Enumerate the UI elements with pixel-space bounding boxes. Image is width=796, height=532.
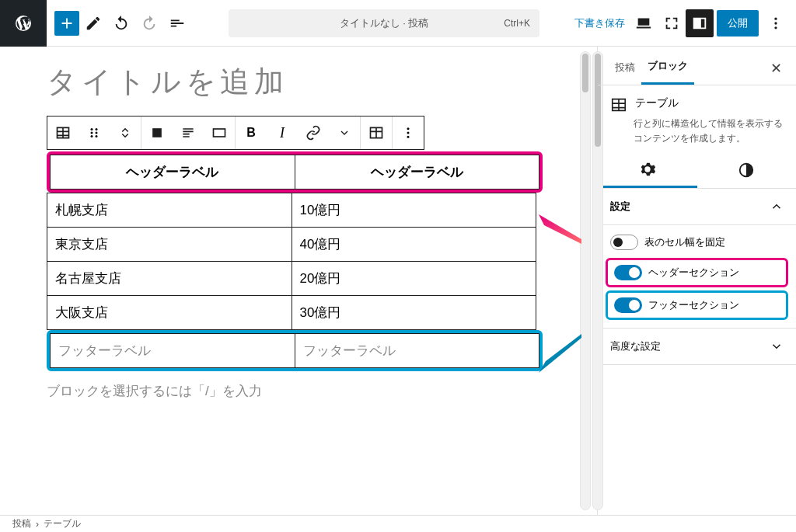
tab-post[interactable]: 投稿 (609, 53, 641, 84)
align-icon (180, 125, 196, 141)
table-cell[interactable]: 30億円 (292, 296, 536, 330)
view-fullscreen-button[interactable] (658, 9, 686, 37)
document-title-bar[interactable]: タイトルなし · 投稿 Ctrl+K (229, 9, 539, 37)
drag-icon (87, 126, 101, 140)
publish-button[interactable]: 公開 (717, 10, 759, 37)
chevron-up-icon (770, 200, 784, 214)
contrast-icon (738, 162, 755, 179)
table-header-highlight: ヘッダーラベル ヘッダーラベル (47, 151, 543, 193)
editor-canvas[interactable]: タイトルを追加 B I (0, 47, 597, 515)
svg-point-12 (407, 132, 410, 134)
plus-icon (58, 15, 75, 32)
svg-point-7 (91, 135, 93, 137)
sidebar-icon (691, 15, 708, 32)
svg-point-13 (407, 136, 410, 138)
styles-tab[interactable] (697, 152, 797, 188)
table-row: 名古屋支店20億円 (47, 262, 536, 296)
table-cell[interactable]: 東京支店 (47, 228, 292, 262)
save-draft-link[interactable]: 下書き保存 (574, 16, 625, 30)
toggle-switch[interactable] (614, 297, 642, 313)
block-description: 行と列に構造化して情報を表示するコンテンツを作成します。 (634, 116, 784, 146)
svg-point-0 (774, 17, 777, 19)
block-type-button[interactable] (47, 116, 79, 149)
table-cell[interactable]: 40億円 (292, 228, 536, 262)
edit-table-button[interactable] (361, 116, 392, 149)
table-cell[interactable]: 大阪支店 (47, 296, 292, 330)
table-icon (55, 125, 71, 141)
table-header-cell[interactable]: ヘッダーラベル (51, 155, 295, 190)
table-cell[interactable]: 札幌支店 (47, 193, 292, 228)
table-row: 札幌支店10億円 (47, 193, 536, 228)
content-table[interactable]: ヘッダーラベル ヘッダーラベル (50, 155, 539, 190)
svg-marker-14 (539, 214, 581, 244)
undo-button[interactable] (107, 9, 135, 37)
kebab-icon (768, 16, 784, 31)
toggle-header-section[interactable]: ヘッダーセクション (609, 262, 784, 283)
link-icon (305, 125, 321, 141)
table-cell[interactable]: 名古屋支店 (47, 262, 292, 296)
toggle-fixed-width[interactable]: 表のセル幅を固定 (598, 230, 796, 255)
tab-block[interactable]: ブロック (641, 51, 694, 85)
table-footer-cell[interactable]: フッターラベル (295, 334, 539, 368)
redo-button[interactable] (135, 9, 163, 37)
chevron-down-icon (338, 127, 351, 139)
table-icon (610, 96, 627, 113)
post-title-input[interactable]: タイトルを追加 (47, 62, 543, 102)
settings-sidebar-toggle[interactable] (686, 9, 714, 37)
command-shortcut: Ctrl+K (504, 18, 530, 29)
align-none-button[interactable] (141, 116, 173, 149)
drag-handle[interactable] (79, 116, 110, 149)
more-rich-text-button[interactable] (329, 116, 360, 149)
table-header-cell[interactable]: ヘッダーラベル (295, 155, 539, 190)
toggle-label: フッターセクション (648, 298, 739, 312)
fullscreen-icon (663, 15, 680, 32)
gear-icon (639, 161, 656, 178)
wordpress-logo[interactable] (0, 0, 47, 47)
advanced-panel-label: 高度な設定 (610, 339, 661, 353)
svg-marker-15 (539, 334, 581, 373)
move-up-down-button[interactable] (110, 116, 141, 149)
breadcrumb-current[interactable]: テーブル (44, 517, 81, 530)
align-wide-button[interactable] (204, 116, 235, 149)
options-menu-button[interactable] (762, 9, 790, 37)
tools-button[interactable] (79, 9, 107, 37)
align-full-icon (211, 125, 227, 141)
wordpress-icon (14, 14, 33, 33)
table-row: 東京支店40億円 (47, 228, 536, 262)
link-button[interactable] (298, 116, 329, 149)
svg-point-11 (407, 127, 410, 130)
toggle-switch[interactable] (610, 235, 638, 250)
close-sidebar-button[interactable]: ✕ (764, 57, 788, 80)
move-icon (118, 126, 132, 140)
undo-icon (113, 15, 130, 32)
align-button[interactable] (173, 116, 204, 149)
document-overview-button[interactable] (163, 9, 191, 37)
svg-point-8 (96, 135, 98, 137)
preview-desktop-button[interactable] (630, 9, 658, 37)
content-table-body[interactable]: 札幌支店10億円 東京支店40億円 名古屋支店20億円 大阪支店30億円 (47, 193, 536, 330)
block-options-button[interactable] (393, 116, 424, 149)
sidebar-scrollbar[interactable] (592, 51, 603, 510)
table-cell[interactable]: 20億円 (292, 262, 536, 296)
align-none-icon (149, 125, 165, 141)
table-cell[interactable]: 10億円 (292, 193, 536, 228)
document-title: タイトルなし · 投稿 (340, 16, 429, 30)
toggle-label: 表のセル幅を固定 (644, 235, 725, 249)
add-block-button[interactable] (54, 11, 79, 36)
editor-scrollbar[interactable] (580, 51, 591, 510)
toggle-switch[interactable] (614, 265, 642, 280)
bold-button[interactable]: B (236, 116, 267, 149)
toggle-footer-section[interactable]: フッターセクション (609, 294, 784, 316)
settings-tab[interactable] (598, 152, 697, 188)
table-edit-icon (368, 125, 384, 141)
laptop-icon (635, 15, 652, 32)
breadcrumb-root[interactable]: 投稿 (12, 517, 31, 530)
settings-panel-header[interactable]: 設定 (598, 189, 796, 225)
italic-button[interactable]: I (267, 116, 298, 149)
kebab-icon (401, 126, 415, 140)
advanced-panel-header[interactable]: 高度な設定 (598, 328, 796, 365)
block-appender-hint[interactable]: ブロックを選択するには「/」を入力 (47, 382, 543, 400)
table-row: 大阪支店30億円 (47, 296, 536, 330)
breadcrumb-sep: › (36, 519, 39, 530)
table-footer-cell[interactable]: フッターラベル (51, 334, 295, 368)
